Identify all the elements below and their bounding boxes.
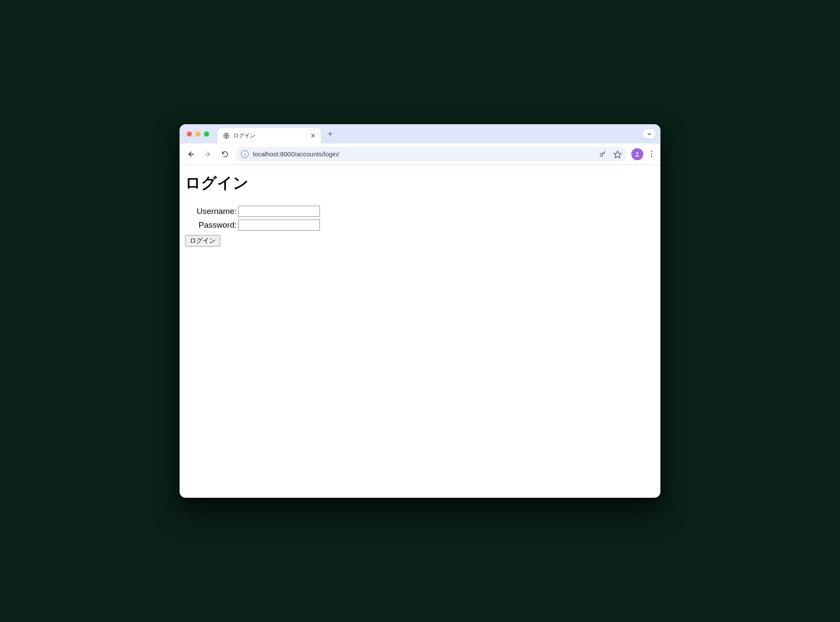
omnibox-actions [599,150,622,159]
page-content: ログイン Username: Password: ログイン [180,165,660,497]
username-label: Username: [185,207,237,216]
browser-menu-button[interactable] [648,148,656,160]
browser-window: ログイン ✕ + [180,124,660,498]
svg-marker-4 [614,151,621,158]
username-row: Username: [185,206,655,217]
login-button[interactable]: ログイン [185,235,220,247]
browser-tab[interactable]: ログイン ✕ [218,128,321,143]
site-info-icon[interactable]: i [241,150,249,158]
password-row: Password: [185,220,655,231]
maximize-window-button[interactable] [204,131,209,137]
password-input[interactable] [238,220,320,231]
traffic-lights [187,131,209,137]
back-button[interactable] [184,148,197,161]
svg-point-3 [600,153,603,156]
tab-title: ログイン [233,132,256,140]
profile-avatar[interactable] [631,148,643,160]
password-label: Password: [185,220,237,230]
close-tab-button[interactable]: ✕ [310,133,316,139]
password-key-icon[interactable] [599,150,607,159]
url-text: localhost:8000/accounts/login/ [253,150,339,158]
globe-icon [223,132,230,139]
address-bar[interactable]: i localhost:8000/accounts/login/ [236,147,627,162]
bookmark-star-icon[interactable] [613,150,622,159]
reload-button[interactable] [219,148,231,161]
window-menu-button[interactable] [643,129,656,139]
tab-bar: ログイン ✕ + [180,125,660,143]
svg-point-5 [636,152,638,154]
minimize-window-button[interactable] [195,131,201,137]
toolbar: i localhost:8000/accounts/login/ [180,143,660,165]
close-window-button[interactable] [187,131,192,137]
forward-button[interactable] [201,148,214,161]
new-tab-button[interactable]: + [326,128,335,140]
username-input[interactable] [238,206,320,217]
page-heading: ログイン [185,173,655,194]
